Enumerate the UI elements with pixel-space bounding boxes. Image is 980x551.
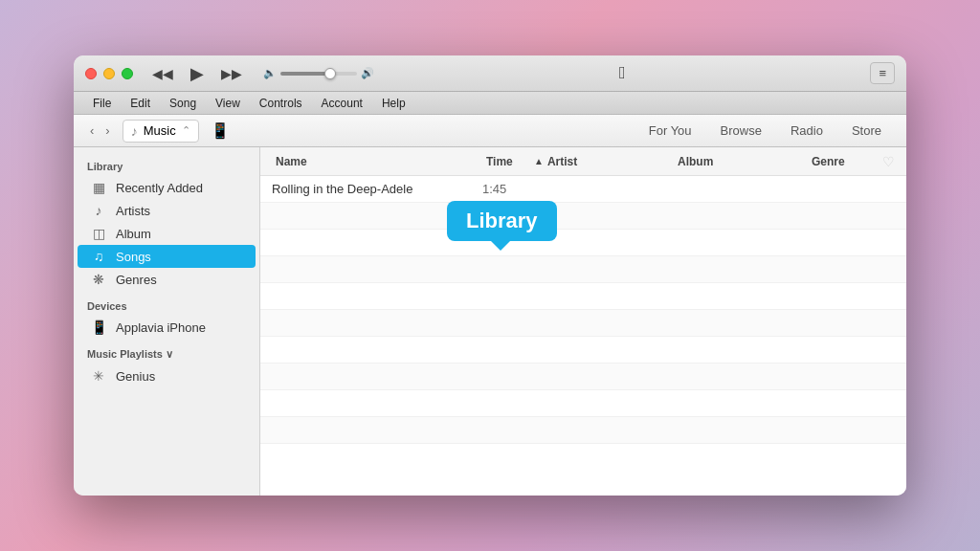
menu-help[interactable]: Help [374,95,413,112]
empty-row [260,283,906,310]
empty-row [260,256,906,283]
table-row[interactable]: Rolling in the Deep-Adele 1:45 [260,176,906,203]
songs-label: Songs [116,250,151,264]
tab-for-you[interactable]: For You [635,120,705,142]
rewind-button[interactable]: ◀◀ [148,64,177,83]
menubar: File Edit Song View Controls Account Hel… [74,92,906,115]
main-content: Library ▦ Recently Added ♪ Artists ◫ Alb… [74,147,906,496]
iphone-icon: 📱 [91,320,106,335]
menu-view[interactable]: View [208,95,248,112]
genius-label: Genius [116,369,155,384]
col-genre-header[interactable]: Genre [808,155,882,168]
genius-icon: ✳ [91,368,106,384]
genres-icon: ❋ [91,272,106,287]
track-time: 1:45 [482,182,530,196]
sidebar-item-recently-added[interactable]: ▦ Recently Added [78,176,256,199]
play-button[interactable]: ▶ [187,61,208,86]
sidebar: Library ▦ Recently Added ♪ Artists ◫ Alb… [74,147,260,496]
col-time-header[interactable]: Time [482,155,530,168]
empty-row [260,230,906,256]
genres-label: Genres [116,273,157,287]
recently-added-label: Recently Added [116,181,203,195]
playlists-label: Music Playlists ∨ [87,348,173,361]
devices-section-title: Devices [74,291,259,316]
forward-button[interactable]: ▶▶ [217,64,246,83]
empty-rows [260,203,906,496]
slider-thumb [324,68,336,79]
playlists-section-title[interactable]: Music Playlists ∨ [74,339,259,364]
menu-button[interactable]: ≡ [870,62,895,84]
recently-added-icon: ▦ [91,180,106,195]
album-icon: ◫ [91,226,106,241]
titlebar: ◀◀ ▶ ▶▶ 🔈 🔊  ≡ [74,55,906,92]
sidebar-item-album[interactable]: ◫ Album [78,222,256,245]
sidebar-item-artists[interactable]: ♪ Artists [78,199,256,222]
col-album-header[interactable]: Album [674,155,808,168]
tab-browse[interactable]: Browse [707,120,775,142]
library-section-title: Library [74,155,259,176]
volume-slider[interactable]: 🔈 🔊 [263,67,374,79]
menu-song[interactable]: Song [162,95,204,112]
empty-row [260,390,906,417]
empty-row [260,417,906,444]
empty-row [260,203,906,230]
empty-row [260,364,906,390]
iphone-label: Applavia iPhone [116,320,206,335]
sort-arrow-icon: ▲ [534,156,544,166]
itunes-window: ◀◀ ▶ ▶▶ 🔈 🔊  ≡ File Edit Song View Cont… [74,55,906,496]
nav-arrows: ‹ › [85,121,115,140]
empty-row [260,310,906,337]
track-name: Rolling in the Deep-Adele [272,182,482,196]
music-label: Music [144,123,176,138]
library-callout: Library [447,201,557,241]
col-name-header[interactable]: Name [272,155,482,168]
sidebar-item-iphone[interactable]: 📱 Applavia iPhone [78,316,256,339]
artists-label: Artists [116,204,150,218]
sidebar-item-genius[interactable]: ✳ Genius [78,364,256,387]
content-header: Name Time ▲ Artist Album Genre ♡ [260,147,906,176]
content-area: Name Time ▲ Artist Album Genre ♡ Rolling… [260,147,906,496]
music-note-icon: ♪ [131,123,138,139]
sidebar-item-songs[interactable]: ♫ Songs [78,245,256,268]
menu-file[interactable]: File [85,95,119,112]
empty-row [260,337,906,364]
heart-icon[interactable]: ♡ [882,154,895,169]
navbar: ‹ › ♪ Music ⌃ 📱 For You Browse Radio Sto… [74,115,906,147]
sidebar-item-genres[interactable]: ❋ Genres [78,268,256,291]
album-label: Album [116,227,151,241]
tab-store[interactable]: Store [838,120,895,142]
close-button[interactable] [85,68,97,79]
menu-edit[interactable]: Edit [122,95,158,112]
artists-icon: ♪ [91,203,106,218]
nav-tabs: For You Browse Radio Store [635,120,895,142]
forward-nav-button[interactable]: › [100,121,114,140]
slider-track[interactable] [280,72,357,76]
col-artist-header[interactable]: ▲ Artist [530,155,674,168]
menu-account[interactable]: Account [314,95,370,112]
apple-logo:  [619,63,626,83]
traffic-lights [85,68,133,79]
music-selector[interactable]: ♪ Music ⌃ [122,120,199,143]
chevron-down-icon: ⌃ [182,124,190,137]
maximize-button[interactable] [122,68,133,79]
transport-controls: ◀◀ ▶ ▶▶ 🔈 🔊 [148,61,374,86]
tab-radio[interactable]: Radio [777,120,836,142]
menu-controls[interactable]: Controls [252,95,310,112]
device-icon[interactable]: 📱 [211,121,230,140]
minimize-button[interactable] [103,68,115,79]
back-button[interactable]: ‹ [85,121,99,140]
songs-icon: ♫ [91,249,106,264]
